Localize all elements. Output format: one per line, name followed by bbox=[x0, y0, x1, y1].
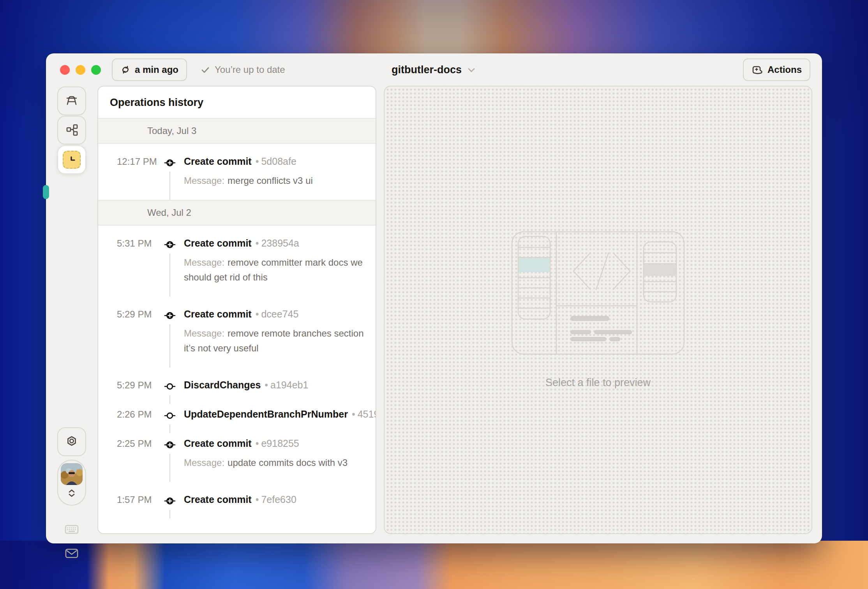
profile-selector[interactable] bbox=[57, 460, 86, 506]
entry-title-row: Create commit•7efe630 bbox=[184, 493, 364, 506]
history-entry[interactable]: 5:31 PM Create commit•238954a Message:re… bbox=[98, 226, 376, 296]
keyboard-icon bbox=[64, 523, 79, 536]
minimize-window-button[interactable] bbox=[76, 65, 85, 75]
entry-content: Create commit•dcee745 Message:remove rem… bbox=[184, 307, 364, 363]
date-header: Wed, Jul 2 bbox=[98, 200, 376, 226]
workbench-icon bbox=[65, 94, 79, 108]
section-entries: 12:17 PM Create commit•5d08afe Message:m… bbox=[98, 144, 376, 200]
entry-title-row: DiscardChanges•a194eb1 bbox=[184, 378, 364, 391]
actions-button[interactable]: Actions bbox=[743, 58, 810, 81]
close-window-button[interactable] bbox=[60, 65, 70, 75]
operation-title: Create commit bbox=[184, 156, 252, 167]
operation-title: Create commit bbox=[184, 494, 252, 505]
commit-sha: a194eb1 bbox=[270, 379, 308, 390]
screen: a min ago You’re up to date gitbutler-do… bbox=[0, 0, 868, 589]
entry-icon-column bbox=[164, 437, 176, 478]
history-entry[interactable]: 2:25 PM Create commit•e918255 Message:up… bbox=[98, 426, 376, 482]
desktop-wallpaper-bottom bbox=[0, 541, 868, 589]
entry-time: 5:29 PM bbox=[117, 307, 164, 363]
commit-node-icon bbox=[164, 380, 176, 393]
entry-icon-column bbox=[164, 155, 176, 196]
commit-sha: 238954a bbox=[261, 238, 299, 249]
entry-title-row: Create commit•e918255 bbox=[184, 437, 364, 450]
entry-connector-line bbox=[169, 172, 170, 200]
date-header: Today, Jul 3 bbox=[98, 119, 376, 144]
commit-node-icon bbox=[164, 409, 176, 422]
entry-content: UpdateDependentBranchPrNumber•4519e3d bbox=[184, 407, 364, 422]
bullet-separator: • bbox=[256, 494, 259, 505]
bullet-separator: • bbox=[256, 156, 259, 167]
preview-placeholder-text: Select a file to preview bbox=[545, 377, 651, 389]
bullet-separator: • bbox=[256, 238, 259, 249]
zoom-window-button[interactable] bbox=[91, 65, 101, 75]
history-section: Today, Jul 3 12:17 PM Create commit•5d08… bbox=[98, 119, 376, 200]
message-label: Message: bbox=[184, 457, 224, 468]
entry-title-row: Create commit•dcee745 bbox=[184, 307, 364, 321]
entry-connector-line bbox=[169, 510, 170, 518]
avatar bbox=[61, 463, 83, 485]
sidebar-item-keyboard[interactable] bbox=[57, 523, 86, 536]
project-selector[interactable]: gitbutler-docs bbox=[392, 64, 476, 76]
active-branch-indicator bbox=[43, 185, 49, 199]
up-to-date-label: You’re up to date bbox=[215, 64, 285, 75]
entry-icon-column bbox=[164, 378, 176, 393]
operation-title: Create commit bbox=[184, 309, 252, 319]
sidebar-item-branches[interactable] bbox=[57, 116, 86, 145]
sidebar-item-settings[interactable] bbox=[57, 427, 86, 456]
history-entry[interactable]: 12:17 PM Create commit•5d08afe Message:m… bbox=[98, 144, 376, 200]
commit-message: Message:remove committer mark docs we sh… bbox=[184, 255, 364, 293]
history-entry[interactable]: 5:29 PM Create commit•dcee745 Message:re… bbox=[98, 296, 376, 367]
chevron-down-icon bbox=[466, 65, 476, 75]
check-icon bbox=[200, 65, 210, 75]
entry-content: Create commit•7efe630 bbox=[184, 493, 364, 507]
commit-sha: dcee745 bbox=[261, 309, 298, 319]
history-entry[interactable]: 5:29 PM DiscardChanges•a194eb1 bbox=[98, 367, 376, 397]
commit-sha: e918255 bbox=[261, 438, 299, 449]
message-label: Message: bbox=[184, 175, 224, 186]
bullet-separator: • bbox=[265, 379, 268, 390]
entry-icon-column bbox=[164, 407, 176, 422]
commit-sha: 7efe630 bbox=[261, 494, 296, 505]
commit-message: Message:update commits docs with v3 bbox=[184, 455, 364, 478]
entry-time: 1:57 PM bbox=[117, 493, 164, 507]
message-text: merge conflicts v3 ui bbox=[228, 175, 313, 186]
clock-icon bbox=[67, 155, 77, 165]
sync-status-label: a min ago bbox=[135, 64, 178, 75]
history-section: Wed, Jul 2 5:31 PM Create commit•238954a… bbox=[98, 200, 376, 511]
history-badge bbox=[63, 151, 81, 169]
sidebar-item-workspace[interactable] bbox=[57, 86, 86, 115]
sidebar-item-feedback[interactable] bbox=[57, 547, 86, 560]
up-to-date-status: You’re up to date bbox=[200, 64, 285, 75]
commit-sha: 5d08afe bbox=[261, 156, 296, 167]
entry-time: 2:25 PM bbox=[117, 437, 164, 478]
sparkle-box-icon bbox=[752, 64, 763, 75]
mail-icon bbox=[64, 547, 79, 560]
operations-list: Today, Jul 3 12:17 PM Create commit•5d08… bbox=[98, 119, 376, 511]
entry-connector-line bbox=[169, 454, 170, 482]
settings-icon bbox=[65, 435, 78, 448]
entry-title-row: Create commit•238954a bbox=[184, 236, 364, 250]
history-entry[interactable]: 2:26 PM UpdateDependentBranchPrNumber•45… bbox=[98, 397, 376, 426]
entry-title-row: UpdateDependentBranchPrNumber•4519e3d bbox=[184, 407, 364, 421]
sync-status-button[interactable]: a min ago bbox=[112, 58, 187, 81]
entry-icon-column bbox=[164, 236, 176, 293]
message-label: Message: bbox=[184, 257, 224, 268]
sidebar-item-history[interactable] bbox=[57, 145, 86, 174]
history-entry[interactable]: 1:57 PM Create commit•7efe630 bbox=[98, 482, 376, 511]
operations-history-title: Operations history bbox=[98, 86, 376, 119]
entry-icon-column bbox=[164, 307, 176, 363]
operations-history-panel: Operations history Today, Jul 3 12:17 PM… bbox=[97, 86, 376, 534]
commit-message: Message:merge conflicts v3 ui bbox=[184, 173, 364, 196]
bullet-separator: • bbox=[256, 438, 259, 449]
entry-time: 12:17 PM bbox=[117, 155, 164, 196]
entry-content: DiscardChanges•a194eb1 bbox=[184, 378, 364, 393]
commit-sha: 4519e3d bbox=[358, 409, 376, 420]
sidebar-rail bbox=[46, 86, 97, 543]
commit-message: Message:remove remote branches section i… bbox=[184, 326, 364, 363]
operation-title: Create commit bbox=[184, 238, 252, 249]
file-preview-panel: Select a file to preview bbox=[384, 86, 812, 534]
entry-content: Create commit•e918255 Message:update com… bbox=[184, 437, 364, 478]
entry-icon-column bbox=[164, 493, 176, 507]
entry-time: 5:29 PM bbox=[117, 378, 164, 393]
file-preview-illustration bbox=[511, 231, 685, 355]
